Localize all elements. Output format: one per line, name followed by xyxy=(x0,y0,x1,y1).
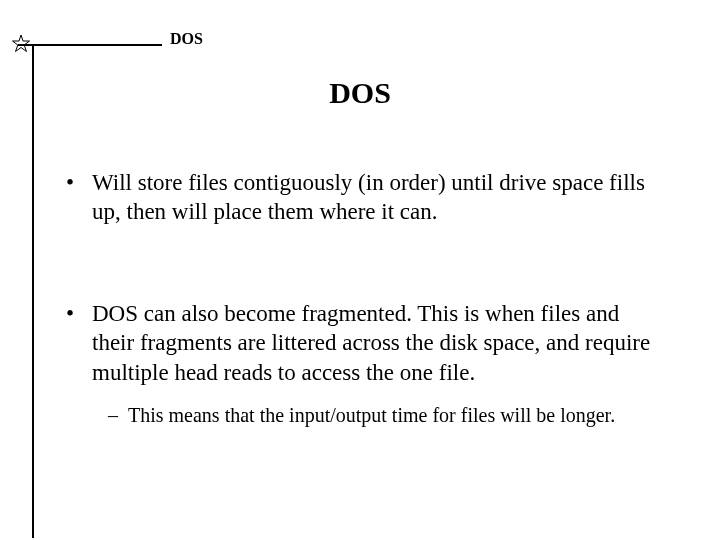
bullet-item: DOS can also become fragmented. This is … xyxy=(64,299,660,429)
sub-bullet-item: This means that the input/output time fo… xyxy=(108,403,660,429)
slide-body: Will store files contiguously (in order)… xyxy=(64,168,660,501)
slide: DOS DOS Will store files contiguously (i… xyxy=(0,0,720,540)
bullet-text: Will store files contiguously (in order)… xyxy=(92,170,645,224)
bullet-text: DOS can also become fragmented. This is … xyxy=(92,301,650,385)
header-label: DOS xyxy=(170,30,203,48)
vertical-rule xyxy=(32,44,34,538)
sub-bullet-text: This means that the input/output time fo… xyxy=(128,404,615,426)
bullet-item: Will store files contiguously (in order)… xyxy=(64,168,660,227)
slide-title: DOS xyxy=(0,76,720,110)
header-underline xyxy=(18,44,162,46)
